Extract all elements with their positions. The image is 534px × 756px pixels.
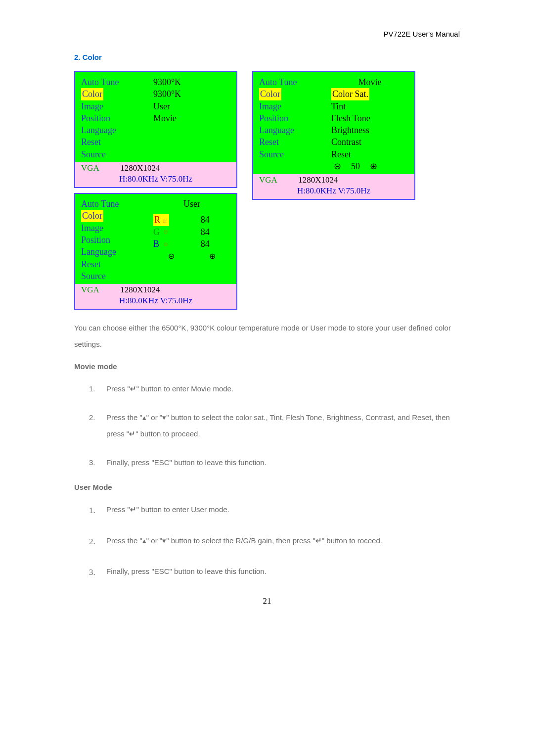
menu-item: Image [81, 222, 148, 234]
option-item: Tint [331, 100, 408, 112]
menu-item: Language [81, 124, 148, 136]
list-item: 2. Press the "▴" or "▾" button to select… [89, 409, 460, 442]
osd-menu-left: Auto Tune Color Image Position Language … [259, 76, 326, 172]
option-item: Flesh Tone [331, 112, 408, 124]
list-number: 3. [89, 454, 106, 471]
osd-menu-left: Auto Tune Color Image Position Language … [81, 76, 148, 160]
status-resolution: 1280X1024 [120, 163, 160, 173]
list-movie-mode: 1. Press "↵" button to enter Movie mode.… [74, 380, 460, 471]
menu-item: Auto Tune [259, 76, 326, 88]
menu-item: Auto Tune [81, 76, 148, 88]
rgb-value-r: 84 [201, 214, 210, 226]
osd-screenshots-row: Auto Tune Color Image Position Language … [74, 71, 460, 310]
enter-icon: ↵ [130, 384, 136, 393]
list-number: 1. [89, 380, 106, 397]
option-item: Movie [153, 112, 230, 124]
subheading-user: User Mode [74, 483, 460, 491]
option-item: 9300°K [153, 88, 230, 100]
right-arrow-icon: ⊕ [370, 160, 377, 172]
page-number: 21 [74, 596, 460, 606]
menu-item: Reset [81, 258, 148, 270]
list-item: 3. Finally, press "ESC" button to leave … [89, 454, 460, 471]
list-item: 3. Finally, press "ESC" button to leave … [89, 563, 460, 581]
menu-item: Language [81, 246, 148, 258]
menu-item: Source [81, 148, 148, 160]
rgb-value-g: 84 [201, 226, 210, 238]
status-resolution: 1280X1024 [298, 175, 338, 185]
menu-item: Source [81, 270, 148, 282]
menu-item: Position [81, 234, 148, 246]
status-vga: VGA [81, 285, 118, 295]
menu-item: Position [259, 112, 326, 124]
list-item: 2. Press the "▴" or "▾" button to select… [89, 532, 460, 551]
left-arrow-icon: ⊝ [334, 160, 341, 172]
arrows-row: ⊝ ⊕ [153, 250, 230, 262]
osd-box-user-rgb: Auto Tune Color Image Position Language … [74, 193, 237, 310]
rgb-row-r: R☼ 84 [153, 214, 230, 226]
status-frequency: H:80.0KHz V:75.0Hz [81, 296, 230, 306]
menu-item: Reset [81, 136, 148, 148]
status-frequency: H:80.0KHz V:75.0Hz [81, 174, 230, 184]
osd-box-movie: Auto Tune Color Image Position Language … [252, 71, 415, 200]
status-frequency: H:80.0KHz V:75.0Hz [259, 186, 408, 196]
option-item: 9300°K [153, 76, 230, 88]
right-arrow-icon: ⊕ [209, 251, 216, 262]
menu-item-selected: Color [259, 88, 281, 100]
list-item: 1. Press "↵" button to enter User mode. [89, 501, 460, 520]
option-title: Movie [331, 76, 408, 88]
page-header-title: PV722E User's Manual [74, 30, 460, 38]
osd-menu-left: Auto Tune Color Image Position Language … [81, 198, 148, 282]
list-number: 2. [89, 532, 106, 551]
option-item-selected: Color Sat. [331, 88, 369, 100]
option-item: Reset [331, 148, 408, 160]
option-item: Contrast [331, 136, 408, 148]
sun-icon: ☼ [163, 227, 169, 236]
osd-options-right: Movie Color Sat. Tint Flesh Tone Brightn… [326, 76, 408, 172]
menu-item: Reset [259, 136, 326, 148]
section-title: 2. Color [74, 53, 460, 61]
menu-item: Language [259, 124, 326, 136]
paragraph-intro: You can choose either the 6500°K, 9300°K… [74, 320, 460, 352]
list-number: 2. [89, 409, 106, 442]
list-user-mode: 1. Press "↵" button to enter User mode. … [74, 501, 460, 581]
rgb-row-b: B☼ 84 [153, 238, 230, 250]
list-item: 1. Press "↵" button to enter Movie mode. [89, 380, 460, 397]
osd-status-bar: VGA 1280X1024 H:80.0KHz V:75.0Hz [253, 174, 414, 199]
slider-row: ⊝ 50 ⊕ [331, 160, 408, 172]
osd-status-bar: VGA 1280X1024 H:80.0KHz V:75.0Hz [75, 284, 236, 309]
status-vga: VGA [259, 175, 296, 185]
enter-icon: ↵ [129, 429, 135, 438]
osd-box-color-temp: Auto Tune Color Image Position Language … [74, 71, 237, 188]
menu-item-selected: Color [81, 88, 103, 100]
list-number: 3. [89, 563, 106, 581]
menu-item: Image [259, 100, 326, 112]
option-item: User [153, 100, 230, 112]
enter-icon: ↵ [130, 505, 136, 514]
rgb-row-g: G☼ 84 [153, 226, 230, 238]
status-resolution: 1280X1024 [120, 285, 160, 295]
enter-icon: ↵ [315, 536, 322, 545]
osd-status-bar: VGA 1280X1024 H:80.0KHz V:75.0Hz [75, 162, 236, 187]
option-title: User [153, 198, 230, 210]
menu-item: Position [81, 112, 148, 124]
status-vga: VGA [81, 163, 118, 173]
menu-item: Image [81, 100, 148, 112]
sun-icon: ☼ [162, 217, 168, 224]
osd-options-right: 9300°K 9300°K User Movie [148, 76, 230, 160]
menu-item-selected: Color [81, 210, 103, 222]
menu-item: Source [259, 148, 326, 160]
option-item: Brightness [331, 124, 408, 136]
rgb-value-b: 84 [201, 238, 210, 250]
osd-options-right: User R☼ 84 G☼ 84 B☼ 84 ⊝ [148, 198, 230, 282]
list-number: 1. [89, 501, 106, 520]
sun-icon: ☼ [163, 239, 169, 249]
left-arrow-icon: ⊝ [168, 251, 175, 262]
slider-value: 50 [351, 160, 360, 172]
subheading-movie: Movie mode [74, 362, 460, 371]
menu-item: Auto Tune [81, 198, 148, 210]
